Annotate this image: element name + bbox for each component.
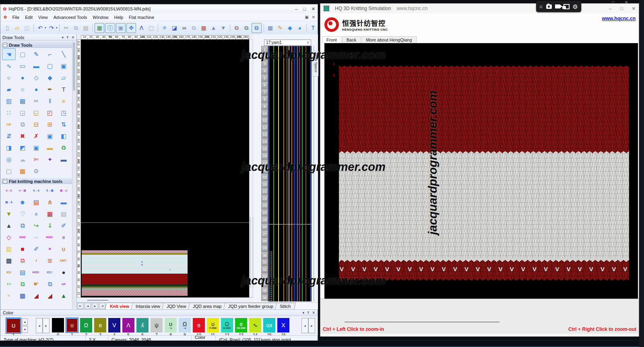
needle-map-tool[interactable]: ▦ [43,208,57,220]
frame-tool-1[interactable]: ▣ [43,130,57,142]
yarn-row-1[interactable]: 1 [261,46,268,53]
yarn-swap-tool[interactable]: ʊ⇄ [57,278,70,290]
soft-eraser-tool[interactable]: ▬ [43,142,57,154]
delete-col-tool[interactable]: ✗ [29,130,43,142]
yarn-row-34[interactable]: 34 [261,280,268,287]
color-swatch-6[interactable]: ʎ6 [136,318,149,337]
tab-intarsia-view[interactable]: Intarsia view [131,303,165,310]
yarn-row-27[interactable]: 27 [261,230,268,237]
minimize-button[interactable]: – [295,6,297,12]
palette-prev-button[interactable]: ◂ [301,318,308,333]
snowflake-tool[interactable]: ✳ [160,23,169,33]
roundrect-filled-tool[interactable]: ▣ [57,60,70,72]
fill-tool-1[interactable]: ◲ [16,107,29,118]
stitch-convert-4[interactable]: ϐ→▦ [43,185,57,196]
tab-stitch[interactable]: Stitch [275,303,295,310]
yarn-row-21[interactable]: 21 [261,188,268,195]
m-shape-tool[interactable]: M [43,243,57,255]
sim-tab-more-about-hengqiang[interactable]: More about HengQiang [361,36,416,43]
yarn-row-8[interactable]: 8 [261,96,268,103]
frame-tool-2[interactable]: ◧ [57,130,70,142]
save-button[interactable]: ◫ [23,23,31,33]
layers-tool[interactable]: ▬ [57,196,70,208]
draw-tools-group-header[interactable]: − Draw Tools [1,42,76,48]
dots-bar-tool[interactable]: ∷ [2,290,16,301]
gear-icon[interactable]: ⚙ [573,4,578,10]
canvas-horizontal-scrollbar[interactable] [81,297,253,302]
browser-button[interactable]: ◕ [295,23,304,33]
stitch-convert-6[interactable]: ▦→ϐ [2,196,16,208]
yarn-row-25[interactable]: 25 [261,216,268,223]
paste-button[interactable]: ▤ [81,23,90,33]
loop-back-tool[interactable]: ↪ [29,220,43,231]
fill-tool-3[interactable]: ◰ [43,107,57,118]
spinner-up-button[interactable]: ▲ [22,318,28,325]
report-tool[interactable]: ▤ [57,208,70,220]
yarn-selector-dropdown[interactable]: 17:yarn1 ∨ [264,39,311,46]
eraser-tool[interactable]: ▬ [57,154,70,165]
maximize-button[interactable]: □ [303,6,306,12]
stitch-convert-3[interactable]: ϐ→ʊ [29,185,43,196]
text-tool[interactable]: T [57,83,70,95]
float-panel-icon[interactable]: ▣ [305,15,308,19]
menu-file[interactable]: File [9,14,22,21]
rect-filled-tool[interactable]: ▬ [29,60,43,72]
minimize-button[interactable]: – [609,6,611,11]
insert-delete-tool[interactable]: ⇓✗ [2,278,16,290]
tab-scroll-last[interactable]: ⇥ [99,303,105,309]
undo-button-dropdown[interactable]: ▾ [45,26,46,29]
expand-toggle[interactable]: ✥ [126,23,136,33]
operator-tool[interactable]: ☻ [16,196,29,208]
diamond-tool[interactable]: ◇ [29,72,43,83]
machine-badge-tool[interactable]: ▼ [2,208,16,220]
move-down-button[interactable]: ▼ [219,23,228,33]
yarn-row-3[interactable]: 3 [261,60,268,67]
tab-scroll-next[interactable]: ▸ [92,303,98,309]
hod-up-tool[interactable]: HOD↑ [43,231,57,243]
yarn-row-17[interactable]: 17 [261,160,268,167]
color-swatch-7[interactable]: ψ7 [151,318,163,337]
brush-tool[interactable]: ✑ [2,118,16,130]
menu-window[interactable]: Window [90,14,111,21]
parallelogram-tool[interactable]: ▱ [57,72,70,83]
yarn-row-28[interactable]: 28 [261,237,268,245]
marquee-select-tool[interactable]: ▢ [16,48,29,60]
current-color-swatch[interactable]: ʊ [6,318,21,333]
color-swatch-8[interactable]: ʊ↑x8 [165,318,177,337]
panel-close-icon[interactable]: ✕ [71,35,74,39]
close-button[interactable]: ✕ [312,6,315,12]
color-swatch-14[interactable]: ∿14 [249,318,261,337]
yarn-row-7[interactable]: 7 [261,89,268,96]
yarn-row-23[interactable]: 23 [261,202,268,209]
canvas-vertical-scrollbar[interactable] [249,39,253,297]
drop-stitch-tool[interactable]: ↓-↓ [29,231,43,243]
new-button[interactable]: ▯ [3,23,12,33]
yarn-row-4[interactable]: 4 [261,67,268,75]
color-swatch-16[interactable]: X16 [277,318,289,337]
vspacing-tool-1[interactable]: ⇅ [57,118,70,130]
color-swatch-1[interactable]: ʊ1 [66,318,78,337]
color-swatch-3[interactable]: ɞ3 [94,318,106,337]
download-tool[interactable]: ⇓ [43,220,57,231]
yarn-row-29[interactable]: 29 [261,245,268,252]
close-button[interactable]: ✕ [632,6,636,11]
t-tool[interactable]: T [309,23,318,33]
garment-tool[interactable]: ♡ [16,208,29,220]
color-bars-tool[interactable]: ▥ [2,243,16,255]
color-swatch-9[interactable]: Ω↓x9 [179,318,191,337]
yarn-row-26[interactable]: 26 [261,223,268,231]
hand-doc-tool[interactable]: ☛ [29,278,43,290]
swap-blocks-tool[interactable]: ⧉ [16,278,29,290]
color-swatch-2[interactable]: Ω2 [80,318,92,337]
sim-tab-back[interactable]: Back [342,36,361,43]
menu-view[interactable]: View [35,14,51,21]
close-panel-icon[interactable]: ✕ [312,15,315,19]
tab-scroll-prev[interactable]: ◂ [85,303,91,309]
pattern-canvas[interactable]: ɞɞ • [81,39,249,297]
tab-jqd-view[interactable]: JQD View [162,303,191,310]
flat-machine-group-header[interactable]: − Flat knitting machine tools [1,178,76,184]
transfer-tool[interactable]: ✂ [29,95,43,107]
tab-jqd-yarn-feeder-group[interactable]: JQD yarn feeder group [223,303,278,310]
tab-knit-view[interactable]: Knit view [105,303,134,310]
fill-tool-4[interactable]: ◳ [57,107,70,118]
